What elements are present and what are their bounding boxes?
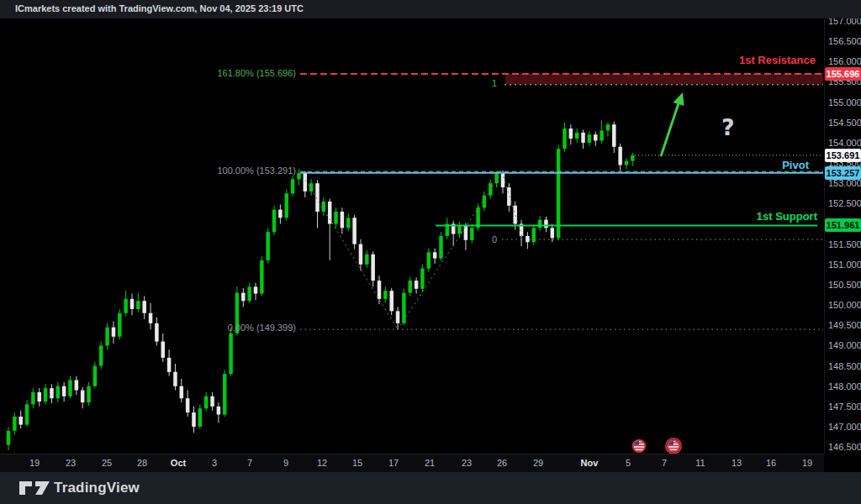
candle-down — [50, 388, 54, 398]
candle-up — [44, 388, 48, 402]
price-axis[interactable]: 157.000156.500156.000155.500155.000154.5… — [824, 18, 861, 454]
candlestick-chart-pane[interactable] — [0, 0, 824, 472]
candle-down — [433, 252, 437, 258]
price-axis-label: 148.500 — [828, 360, 861, 372]
price-axis-label: 148.000 — [828, 381, 861, 392]
time-axis-label: 16 — [756, 458, 786, 468]
candle-up — [93, 366, 98, 386]
price-axis-label: 149.500 — [828, 319, 861, 331]
price-axis-label: 156.000 — [828, 55, 861, 67]
price-axis-label: 152.500 — [828, 197, 861, 209]
candle-up — [420, 269, 425, 289]
candle-up — [346, 218, 351, 228]
tradingview-brand-text[interactable]: TradingView — [54, 480, 140, 496]
candle-up — [223, 374, 227, 414]
pivot-price-badge: 153.257 — [825, 166, 861, 180]
candle-down — [210, 396, 214, 407]
candle-up — [13, 417, 17, 431]
candle-up — [439, 236, 443, 259]
candle-up — [136, 301, 140, 309]
candle-down — [81, 391, 85, 402]
candle-up — [309, 183, 314, 192]
candle-down — [396, 311, 400, 323]
candle-down — [155, 323, 159, 342]
time-axis-label: 19 — [792, 458, 822, 468]
time-axis-label: 12 — [307, 458, 337, 468]
candle-down — [173, 372, 177, 386]
candle-up — [198, 408, 203, 427]
fib-diagonal[interactable] — [398, 172, 502, 329]
resistance-zone[interactable] — [505, 74, 823, 85]
time-axis-month-label: Nov — [574, 458, 605, 468]
candle-up — [606, 124, 610, 130]
candle-down — [241, 293, 246, 302]
fib-diagonal[interactable] — [300, 171, 398, 329]
candle-down — [328, 202, 332, 224]
candle-down — [612, 124, 616, 147]
time-axis-label: 7 — [235, 458, 265, 468]
time-axis-label: 26 — [487, 458, 517, 468]
candle-up — [538, 220, 542, 228]
time-axis-month-label: Oct — [163, 458, 193, 468]
candle-up — [99, 345, 103, 365]
time-axis-label: 28 — [127, 458, 157, 468]
candle-down — [149, 313, 153, 323]
candle-down — [415, 281, 419, 289]
candle-down — [75, 380, 79, 390]
economic-event-us-flag-icon[interactable] — [666, 438, 681, 454]
candle-down — [581, 133, 585, 143]
candle-up — [272, 210, 277, 233]
candle-down — [217, 407, 221, 415]
candle-up — [105, 328, 109, 346]
tradingview-chart-window: ICmarkets created with TradingView.com, … — [0, 0, 861, 504]
candle-up — [575, 133, 579, 139]
candle-down — [161, 342, 166, 358]
resistance-price-badge: 155.696 — [825, 67, 861, 81]
candle-down — [507, 187, 511, 206]
candle-up — [483, 196, 487, 207]
time-axis[interactable]: 19232528Oct37912151721232629Nov571113161… — [0, 454, 824, 473]
candle-up — [87, 386, 91, 402]
candle-up — [427, 252, 431, 268]
price-axis-label: 154.000 — [828, 137, 861, 149]
price-axis-label: 150.000 — [828, 299, 861, 311]
candle-up — [266, 232, 270, 260]
candle-up — [56, 386, 61, 398]
time-axis-label: 3 — [199, 458, 230, 468]
candle-down — [38, 392, 42, 402]
attribution-text: ICmarkets created with TradingView.com, … — [15, 3, 304, 13]
price-axis-label: 147.500 — [828, 401, 861, 412]
candle-down — [618, 147, 622, 165]
time-axis-label: 17 — [378, 458, 409, 468]
candle-up — [409, 281, 413, 292]
time-axis-label: 9 — [271, 458, 301, 468]
candle-down — [371, 255, 375, 281]
price-axis-label: 155.000 — [828, 97, 861, 108]
candle-up — [563, 129, 567, 149]
candle-up — [68, 380, 72, 396]
up-arrow-shaft[interactable] — [661, 103, 679, 156]
candle-down — [142, 301, 146, 312]
candle-down — [180, 386, 184, 398]
price-axis-label: 151.000 — [828, 259, 861, 270]
time-axis-label: 25 — [92, 458, 122, 468]
economic-event-us-flag-icon[interactable] — [633, 440, 645, 452]
candle-down — [501, 173, 505, 187]
support-price-badge: 151.961 — [825, 218, 861, 232]
price-axis-label: 150.500 — [828, 279, 861, 291]
candle-up — [118, 313, 122, 337]
up-arrow-drawing[interactable] — [661, 92, 684, 156]
time-axis-label: 11 — [685, 458, 716, 468]
up-arrow-head[interactable] — [673, 92, 684, 106]
candle-down — [513, 206, 517, 224]
candle-down — [278, 210, 283, 218]
tradingview-logo-icon[interactable] — [18, 480, 52, 496]
candle-up — [124, 299, 128, 313]
candle-up — [532, 228, 536, 242]
candle-down — [167, 358, 172, 372]
candle-up — [235, 293, 240, 333]
price-axis-label: 147.000 — [828, 421, 861, 433]
candles-layer — [7, 120, 635, 450]
candle-down — [112, 328, 116, 337]
time-axis-label: 13 — [721, 458, 752, 468]
